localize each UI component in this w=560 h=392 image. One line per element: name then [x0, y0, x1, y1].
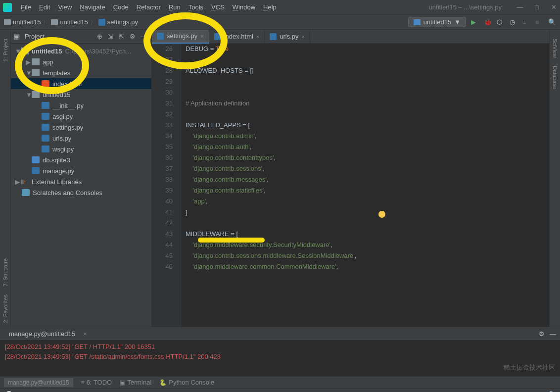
project-view-icon[interactable]: ▣ [14, 33, 22, 41]
hide-panel-icon[interactable]: — [140, 33, 148, 41]
favorites-tool-tab[interactable]: 2: Favorites [1, 291, 9, 327]
tree-db[interactable]: db.sqlite3 [11, 154, 151, 165]
module-icon [414, 19, 420, 25]
profile-button[interactable]: ◷ [510, 18, 517, 26]
bottom-terminal-tab[interactable]: ▣ Terminal [120, 379, 151, 386]
intention-bulb-icon[interactable] [378, 211, 385, 218]
bottom-tool-strip: manage.py@untitled15 ≡ 6: TODO ▣ Termina… [0, 376, 560, 388]
menu-navigate[interactable]: Navigate [76, 2, 109, 12]
run-hide-icon[interactable]: — [550, 330, 556, 338]
stop-button[interactable]: ■ [535, 18, 543, 26]
concurrency-button[interactable]: ≡ [522, 18, 530, 26]
run-button[interactable]: ▶ [471, 18, 479, 26]
search-everywhere-button[interactable]: 🔍 [548, 18, 556, 26]
menu-refactor[interactable]: Refactor [133, 2, 165, 12]
project-panel-title: Project [25, 33, 94, 40]
project-tree[interactable]: ▼ untitled15 C:\Users\30452\Pych... ▶ ap… [11, 44, 151, 327]
tree-scratches[interactable]: Scratches and Consoles [11, 187, 151, 198]
project-tool-tab[interactable]: 1: Project [1, 35, 9, 65]
tree-init[interactable]: __init__.py [11, 100, 151, 111]
tree-manage[interactable]: manage.py [11, 165, 151, 176]
project-panel: ▣ Project ⊕ ⇲ ⇱ ⚙ — ▼ untitled15 C:\User… [11, 30, 152, 327]
tree-pkg-folder[interactable]: ▼ untitled15 [11, 89, 151, 100]
menu-run[interactable]: Run [165, 2, 185, 12]
title-bar: FileEditViewNavigateCodeRefactorRunTools… [0, 0, 560, 15]
target-icon[interactable]: ⊕ [97, 33, 105, 41]
file-icon [214, 33, 221, 40]
tree-index-html[interactable]: index.html [11, 78, 151, 89]
left-tool-strip: 1: Project 7: Structure 2: Favorites [0, 30, 11, 327]
menu-tools[interactable]: Tools [185, 2, 207, 12]
expand-all-icon[interactable]: ⇲ [108, 33, 116, 41]
breadcrumb-item[interactable]: untitled15 [51, 18, 88, 26]
editor-tab[interactable]: settings.py× [152, 30, 209, 44]
tree-settings[interactable]: settings.py [11, 122, 151, 133]
status-bar: 💬 IDE and Plugin Updates: PyCharm is rea… [0, 388, 560, 392]
run-output[interactable]: [28/Oct/2021 13:49:52] "GET / HTTP/1.1" … [0, 340, 560, 364]
chevron-down-icon: ▼ [454, 18, 461, 26]
close-run-tab[interactable]: × [83, 330, 87, 338]
close-tab-icon[interactable]: × [200, 33, 203, 39]
menu-help[interactable]: Help [259, 2, 280, 12]
file-icon [270, 33, 277, 40]
debug-button[interactable]: 🐞 [484, 18, 492, 26]
tree-app-folder[interactable]: ▶ app [11, 56, 151, 67]
structure-tool-tab[interactable]: 7: Structure [1, 254, 9, 291]
coverage-button[interactable]: ⬡ [497, 18, 505, 26]
right-tool-strip: SciView Database [549, 30, 560, 327]
bottom-run-tab[interactable]: manage.py@untitled15 [4, 378, 73, 387]
collapse-all-icon[interactable]: ⇱ [119, 33, 127, 41]
close-tab-icon[interactable]: × [256, 34, 259, 40]
bottom-python-console-tab[interactable]: 🐍 Python Console [159, 379, 214, 386]
file-icon [157, 33, 164, 40]
run-tab[interactable]: manage.py@untitled15 [4, 329, 80, 339]
bottom-todo-tab[interactable]: ≡ 6: TODO [81, 379, 112, 386]
gutter: 2627282930313233343536373839404142434445… [152, 44, 182, 327]
close-button[interactable]: ✕ [550, 4, 557, 11]
menu-vcs[interactable]: VCS [207, 2, 229, 12]
breadcrumb-item[interactable]: untitled15 [4, 18, 41, 26]
breadcrumb-item[interactable]: settings.py [98, 18, 138, 26]
editor-tab[interactable]: index.html× [209, 30, 265, 44]
code-editor[interactable]: 2627282930313233343536373839404142434445… [152, 44, 549, 327]
pycharm-icon [3, 3, 12, 12]
tree-asgi[interactable]: asgi.py [11, 111, 151, 122]
tree-templates-folder[interactable]: ▼ templates [11, 67, 151, 78]
minimize-button[interactable]: — [516, 4, 523, 11]
menu-file[interactable]: File [17, 2, 35, 12]
run-tool-window: manage.py@untitled15 × ⚙ — [28/Oct/2021 … [0, 327, 560, 376]
breadcrumb: untitled15〉untitled15〉settings.py [4, 18, 138, 27]
gear-icon[interactable]: ⚙ [130, 33, 138, 41]
menu-window[interactable]: Window [229, 2, 259, 12]
database-tool-tab[interactable]: Database [551, 62, 559, 93]
editor-tab[interactable]: urls.py× [265, 30, 310, 44]
editor-tabs: settings.py×index.html×urls.py× [152, 30, 549, 44]
close-tab-icon[interactable]: × [302, 34, 305, 40]
run-settings-icon[interactable]: ⚙ [539, 330, 545, 338]
watermark: 稀土掘金技术社区 [504, 363, 555, 372]
tree-external-libs[interactable]: ▶⊪ External Libraries [11, 176, 151, 187]
window-title: untitled15 – ...\settings.py [429, 3, 502, 11]
tree-urls[interactable]: urls.py [11, 133, 151, 144]
run-config-selector[interactable]: untitled15 ▼ [408, 17, 466, 27]
tree-wsgi[interactable]: wsgi.py [11, 144, 151, 154]
tree-root[interactable]: ▼ untitled15 C:\Users\30452\Pych... [11, 46, 151, 56]
menu-edit[interactable]: Edit [35, 2, 54, 12]
run-config-label: untitled15 [423, 18, 451, 26]
maximize-button[interactable]: □ [533, 4, 540, 11]
nav-bar: untitled15〉untitled15〉settings.py untitl… [0, 15, 560, 30]
sciview-tool-tab[interactable]: SciView [551, 35, 559, 62]
menu-code[interactable]: Code [109, 2, 133, 12]
editor-area: settings.py×index.html×urls.py× 26272829… [152, 30, 549, 327]
menu-view[interactable]: View [54, 2, 76, 12]
